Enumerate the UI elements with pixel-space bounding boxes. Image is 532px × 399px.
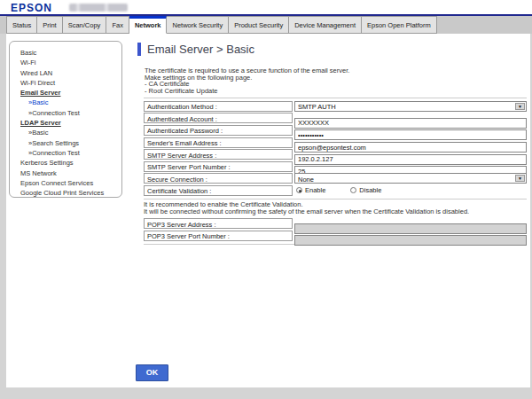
- title-accent-bar: [137, 43, 141, 56]
- printer-model-name-redacted: [69, 4, 128, 12]
- radio-selected-icon: [296, 187, 302, 193]
- sender-email-label: Sender's Email Address :: [144, 137, 293, 148]
- pop3-server-address-label: POP3 Server Address :: [144, 218, 293, 229]
- smtp-server-port-label: SMTP Server Port Number :: [144, 161, 293, 172]
- certificate-validation-label: Certificate Validation :: [144, 185, 293, 196]
- tab-fax[interactable]: Fax: [106, 16, 129, 34]
- authentication-method-label: Authentication Method :: [144, 101, 293, 112]
- tab-strip: Status Print Scan/Copy Fax Network Netwo…: [0, 16, 532, 34]
- tab-scan-copy[interactable]: Scan/Copy: [63, 16, 107, 34]
- form-row-certificate-validation: Certificate Validation : Enable Disable: [144, 184, 527, 197]
- sidebar-item-wired-lan[interactable]: Wired LAN: [20, 68, 121, 78]
- secure-connection-label: Secure Connection :: [144, 173, 293, 184]
- tab-network-security[interactable]: Network Security: [167, 16, 229, 34]
- epson-logo: EPSON: [11, 2, 52, 14]
- sidebar-item-ldap-basic[interactable]: »Basic: [20, 128, 121, 137]
- dropdown-arrow-icon[interactable]: ▼: [515, 175, 525, 182]
- sidebar-item-email-connection-test[interactable]: »Connection Test: [20, 108, 121, 118]
- main-area: Email Server > Basic The certificate is …: [137, 41, 528, 382]
- secure-connection-value: None: [298, 176, 314, 184]
- sidebar-item-google-cloud-print-services[interactable]: Google Cloud Print Services: [20, 188, 121, 198]
- tab-print[interactable]: Print: [37, 16, 62, 34]
- form-row-pop3-server-address: POP3 Server Address :: [144, 217, 527, 230]
- form-row-secure-connection: Secure Connection : None ▼: [144, 173, 527, 185]
- form-row-smtp-server-address: SMTP Server Address :: [144, 148, 527, 160]
- sidebar-item-basic[interactable]: Basic: [20, 48, 121, 58]
- form-row-authenticated-password: Authenticated Password :: [144, 124, 527, 137]
- sidebar-item-kerberos-settings[interactable]: Kerberos Settings: [20, 158, 121, 168]
- form-row-smtp-server-port: SMTP Server Port Number :: [144, 160, 527, 173]
- sidebar-item-ms-network[interactable]: MS Network: [20, 168, 121, 178]
- sidebar-item-ldap-connection-test[interactable]: »Connection Test: [20, 148, 121, 158]
- authentication-method-select[interactable]: SMTP AUTH ▼: [294, 101, 527, 112]
- tab-status[interactable]: Status: [6, 16, 37, 34]
- sidebar-nav: Basic Wi-Fi Wired LAN Wi-Fi Direct Email…: [9, 41, 122, 198]
- top-header-bar: EPSON: [0, 0, 532, 14]
- disable-radio-label: Disable: [359, 186, 381, 194]
- tab-product-security[interactable]: Product Security: [229, 16, 289, 34]
- sidebar-item-ldap-search-settings[interactable]: »Search Settings: [20, 138, 121, 148]
- page-title-row: Email Server > Basic: [137, 43, 254, 56]
- tab-epson-open-platform[interactable]: Epson Open Platform: [362, 16, 437, 34]
- certificate-validation-disable-radio[interactable]: Disable: [350, 186, 381, 194]
- sidebar-item-email-basic[interactable]: »Basic: [20, 98, 121, 107]
- form-row-authentication-method: Authentication Method : SMTP AUTH ▼: [144, 100, 527, 113]
- ok-button[interactable]: OK: [136, 364, 168, 381]
- authenticated-password-label: Authenticated Password :: [144, 125, 293, 136]
- secure-connection-select[interactable]: None ▼: [294, 173, 527, 184]
- note-line: It will be connected without confirming …: [144, 208, 527, 215]
- sidebar-item-wifi[interactable]: Wi-Fi: [20, 58, 121, 67]
- email-server-form: Authentication Method : SMTP AUTH ▼ Auth…: [144, 98, 527, 245]
- sidebar-section-email-server[interactable]: Email Server: [20, 88, 121, 98]
- form-row-pop3-server-port: POP3 Server Port Number :: [144, 230, 527, 242]
- certificate-validation-radio-group: Enable Disable: [294, 185, 527, 196]
- tab-device-management[interactable]: Device Management: [289, 16, 362, 34]
- page-title: Email Server > Basic: [147, 43, 254, 56]
- pop3-server-port-input: [294, 235, 527, 246]
- form-row-sender-email: Sender's Email Address :: [144, 137, 527, 149]
- enable-radio-label: Enable: [305, 186, 325, 194]
- radio-unselected-icon: [350, 187, 356, 193]
- certificate-validation-note: It is recommended to enable the Certific…: [144, 199, 527, 218]
- sidebar-item-epson-connect-services[interactable]: Epson Connect Services: [20, 178, 121, 188]
- sidebar-item-wifi-direct[interactable]: Wi-Fi Direct: [20, 78, 121, 88]
- tab-network[interactable]: Network: [129, 16, 168, 34]
- description-line: - Root Certificate Update: [145, 88, 349, 95]
- authenticated-account-label: Authenticated Account :: [144, 113, 293, 123]
- form-row-authenticated-account: Authenticated Account :: [144, 113, 527, 125]
- authentication-method-value: SMTP AUTH: [298, 103, 336, 111]
- pop3-server-port-label: POP3 Server Port Number :: [144, 231, 293, 241]
- tab-bar: Status Print Scan/Copy Fax Network Netwo…: [6, 16, 437, 34]
- dropdown-arrow-icon[interactable]: ▼: [515, 103, 525, 110]
- certificate-validation-enable-radio[interactable]: Enable: [296, 186, 325, 194]
- sidebar-section-ldap-server[interactable]: LDAP Server: [20, 118, 121, 128]
- content-panel: Basic Wi-Fi Wired LAN Wi-Fi Direct Email…: [6, 34, 530, 387]
- page-description: The certificate is required to use a sec…: [145, 67, 349, 94]
- smtp-server-address-label: SMTP Server Address :: [144, 149, 293, 160]
